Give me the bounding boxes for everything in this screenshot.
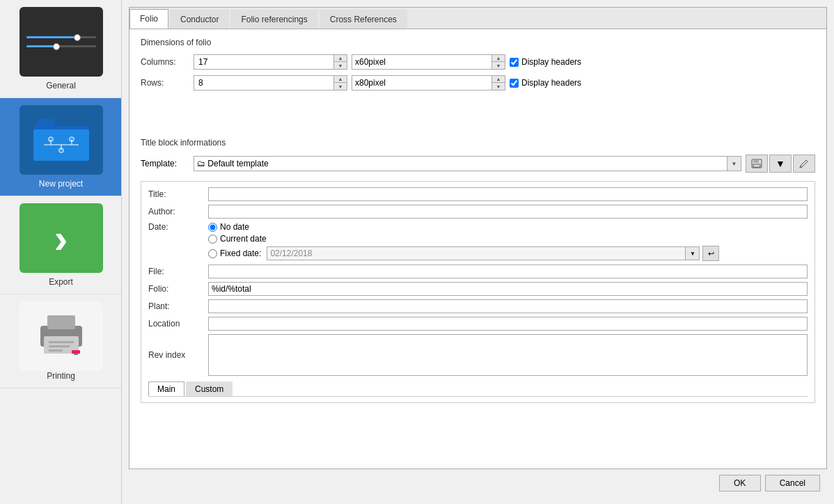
template-expand-btn[interactable]: ▼ <box>769 155 792 173</box>
fixed-date-input-wrapper: ▼ <box>267 246 700 260</box>
dialog-box: Folio Conductor Folio referencings Cross… <box>129 7 827 469</box>
template-select[interactable]: 🗂 Default template ▼ <box>194 156 741 171</box>
bottom-bar: OK Cancel <box>129 469 827 497</box>
rows-pixel-dropdown[interactable]: x60pixel x70pixel x80pixel <box>352 76 491 90</box>
sidebar-item-general[interactable]: General <box>0 0 122 98</box>
no-date-radio[interactable] <box>208 223 217 232</box>
template-label: Template: <box>141 159 189 168</box>
cancel-button[interactable]: Cancel <box>765 475 820 491</box>
sidebar-item-label-export: Export <box>49 277 73 287</box>
rows-spinbox[interactable]: ▲ ▼ <box>194 75 347 90</box>
svg-rect-11 <box>49 345 70 347</box>
columns-down-arrow[interactable]: ▼ <box>334 62 347 69</box>
no-date-row: No date <box>208 222 719 232</box>
columns-pixel-select[interactable]: x60pixel x70pixel x80pixel ▲ ▼ <box>352 54 505 70</box>
plant-input[interactable] <box>208 299 808 313</box>
current-date-radio[interactable] <box>208 235 217 244</box>
rev-index-input[interactable] <box>208 334 808 376</box>
columns-pixel-arrows: ▲ ▼ <box>491 55 505 69</box>
file-input[interactable] <box>208 265 808 278</box>
tab-folio[interactable]: Folio <box>129 9 168 29</box>
template-edit-btn[interactable] <box>793 155 815 173</box>
folio-field-row: Folio: <box>148 282 808 296</box>
location-field-label: Location <box>148 319 204 329</box>
fixed-date-input[interactable] <box>267 247 685 260</box>
sub-tab-bar: Main Custom <box>148 381 808 397</box>
rows-display-headers-label[interactable]: Display headers <box>510 78 581 88</box>
columns-display-headers-label[interactable]: Display headers <box>510 57 581 67</box>
svg-rect-10 <box>49 341 74 343</box>
title-input[interactable] <box>208 187 808 201</box>
columns-pixel-down[interactable]: ▼ <box>492 62 505 69</box>
date-dropdown-arrow[interactable]: ▼ <box>685 247 699 260</box>
sub-tab-main[interactable]: Main <box>148 381 184 396</box>
rows-up-arrow[interactable]: ▲ <box>334 76 347 83</box>
current-date-label: Current date <box>220 234 267 244</box>
slider-track-bottom <box>26 45 96 47</box>
columns-display-headers-checkbox[interactable] <box>510 58 519 67</box>
template-btn-group: ▼ <box>746 155 815 173</box>
tab-bar: Folio Conductor Folio referencings Cross… <box>129 8 826 29</box>
tab-content: Dimensions of folio Columns: ▲ ▼ x60pixe… <box>129 29 826 468</box>
tab-cross-references[interactable]: Cross References <box>320 10 407 29</box>
form-section: Title: Author: Date: No <box>141 181 815 403</box>
rows-pixel-down[interactable]: ▼ <box>492 83 505 90</box>
general-icon-box <box>19 7 103 77</box>
tab-conductor[interactable]: Conductor <box>170 10 229 29</box>
dimensions-section-title: Dimensions of folio <box>141 38 815 47</box>
svg-rect-13 <box>72 350 80 354</box>
date-field-row: Date: No date Current date <box>148 222 808 261</box>
folio-input[interactable] <box>208 282 808 296</box>
folder-icon <box>33 119 89 161</box>
rows-pixel-select[interactable]: x60pixel x70pixel x80pixel ▲ ▼ <box>352 75 505 90</box>
save-icon <box>751 159 762 168</box>
ok-button[interactable]: OK <box>719 475 761 491</box>
columns-pixel-up[interactable]: ▲ <box>492 55 505 62</box>
rows-label: Rows: <box>141 78 189 88</box>
plant-field-label: Plant: <box>148 301 204 311</box>
template-dropdown-arrow[interactable]: ▼ <box>727 157 741 171</box>
location-input[interactable] <box>208 317 808 331</box>
rows-row: Rows: ▲ ▼ x60pixel x70pixel x80pixel <box>141 75 815 90</box>
template-row: Template: 🗂 Default template ▼ <box>141 155 815 173</box>
sidebar-item-label-printing: Printing <box>47 371 75 381</box>
sidebar-item-printing[interactable]: Printing <box>0 294 122 388</box>
svg-rect-17 <box>753 164 760 167</box>
rev-index-field-row: Rev index <box>148 334 808 376</box>
printing-icon-box <box>19 301 103 371</box>
fixed-date-label: Fixed date: <box>220 249 261 258</box>
rows-display-headers-checkbox[interactable] <box>510 79 519 88</box>
content-area: Folio Conductor Folio referencings Cross… <box>122 0 834 504</box>
columns-input[interactable] <box>194 55 333 69</box>
title-block-section-title: Title block informations <box>141 138 815 148</box>
author-field-label: Author: <box>148 207 204 216</box>
fixed-date-row: Fixed date: ▼ ↩ <box>208 246 719 261</box>
sidebar-item-label-new-project: New project <box>39 179 83 189</box>
export-icon-box: › <box>19 203 103 273</box>
rows-input[interactable] <box>194 76 333 90</box>
sidebar-item-new-project[interactable]: New project <box>0 98 122 196</box>
rows-down-arrow[interactable]: ▼ <box>334 83 347 90</box>
author-input[interactable] <box>208 205 808 219</box>
columns-pixel-dropdown[interactable]: x60pixel x70pixel x80pixel <box>352 55 491 69</box>
tab-folio-referencings[interactable]: Folio referencings <box>230 10 317 29</box>
columns-up-arrow[interactable]: ▲ <box>334 55 347 62</box>
date-field-label: Date: <box>148 222 204 232</box>
rows-pixel-arrows: ▲ ▼ <box>491 76 505 90</box>
template-save-btn[interactable] <box>746 155 768 173</box>
sidebar-item-label-general: General <box>46 81 76 90</box>
folio-field-label: Folio: <box>148 284 204 294</box>
sidebar-item-export[interactable]: › Export <box>0 196 122 294</box>
rows-pixel-up[interactable]: ▲ <box>492 76 505 83</box>
sidebar: General <box>0 0 122 504</box>
date-clear-btn[interactable]: ↩ <box>702 246 719 261</box>
svg-rect-12 <box>49 349 63 352</box>
rev-index-field-label: Rev index <box>148 350 204 360</box>
columns-spinbox[interactable]: ▲ ▼ <box>194 54 347 70</box>
columns-row: Columns: ▲ ▼ x60pixel x70pixel x80pixel <box>141 54 815 70</box>
template-dropdown[interactable]: 🗂 Default template <box>194 157 727 171</box>
printer-icon <box>33 312 89 361</box>
fixed-date-radio[interactable] <box>208 249 217 258</box>
title-field-label: Title: <box>148 189 204 199</box>
sub-tab-custom[interactable]: Custom <box>186 381 233 396</box>
